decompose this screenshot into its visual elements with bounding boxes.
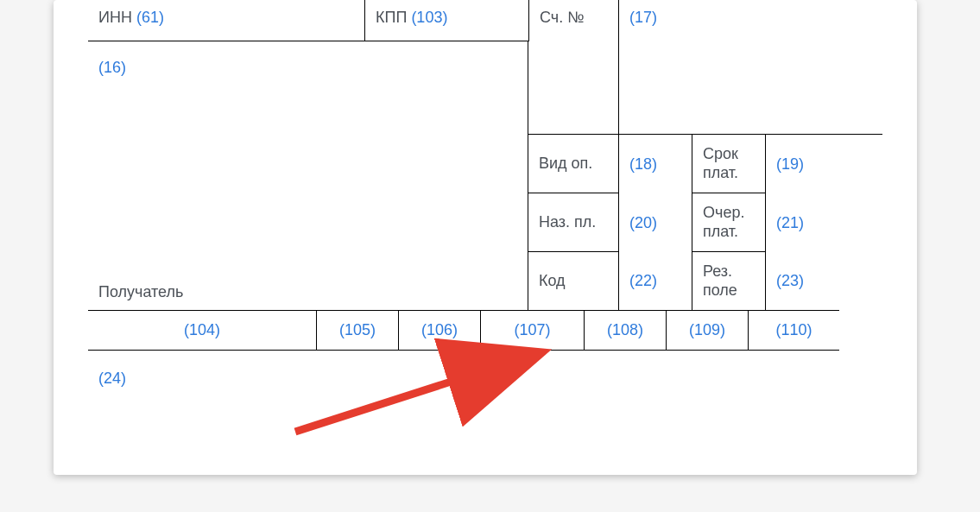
cell-srok: Срок плат. [692, 135, 766, 193]
cell-ref109: (109) [667, 311, 749, 351]
cell-ref104: (104) [88, 311, 317, 351]
ref-105[interactable]: (105) [339, 321, 376, 338]
label-inn: ИНН [98, 9, 136, 26]
ref-108[interactable]: (108) [607, 321, 643, 338]
cell-ref108: (108) [585, 311, 667, 351]
cell-ref21: (21) [766, 193, 839, 252]
ref-17[interactable]: (17) [629, 9, 657, 26]
cell-ref106: (106) [399, 311, 481, 351]
label-sch-no: Сч. № [540, 9, 585, 26]
cell-sch-no: Сч. № [528, 0, 619, 41]
label-rez: Рез. поле [703, 262, 755, 300]
label-srok: Срок плат. [703, 145, 755, 182]
ref-24[interactable]: (24) [98, 370, 126, 387]
cell-ref17: (17) [619, 0, 705, 41]
cell-vidop: Вид оп. [528, 135, 619, 193]
ref-61[interactable]: (61) [136, 9, 164, 26]
cell-ref105: (105) [317, 311, 399, 351]
cell-ref17-body [619, 41, 882, 135]
ref-20[interactable]: (20) [629, 214, 657, 232]
cell-kod: Код [528, 252, 619, 311]
label-ocher: Очер. плат. [703, 204, 755, 241]
label-kpp: КПП [376, 9, 411, 26]
svg-line-1 [295, 354, 537, 432]
cell-ref110: (110) [749, 311, 839, 351]
cell-ocher: Очер. плат. [692, 193, 766, 252]
ref-104[interactable]: (104) [184, 321, 220, 338]
label-vidop: Вид оп. [539, 155, 592, 173]
label-nazpl: Наз. пл. [539, 213, 596, 231]
ref-18[interactable]: (18) [629, 155, 657, 174]
ref-106[interactable]: (106) [421, 321, 458, 338]
cell-ref19: (19) [766, 135, 839, 193]
cell-nazpl: Наз. пл. [528, 193, 619, 252]
cell-inn: ИНН (61) [88, 0, 364, 41]
cell-ref18: (18) [619, 135, 692, 193]
cell-recipient-area: Получатель [88, 41, 528, 311]
ref-107[interactable]: (107) [514, 321, 550, 338]
cell-sch-body [528, 41, 619, 135]
ref-103[interactable]: (103) [411, 9, 447, 26]
label-recipient: Получатель [98, 283, 183, 301]
payment-order-fragment: ИНН (61) КПП (103) Сч. № (17) (16) [54, 0, 917, 475]
cell-ref107: (107) [481, 311, 585, 351]
cell-ref22: (22) [619, 252, 692, 311]
ref-22[interactable]: (22) [629, 272, 657, 290]
ref-21[interactable]: (21) [776, 214, 804, 232]
label-kod: Код [539, 272, 566, 290]
cell-ref24: (24) [88, 361, 174, 395]
ref-19[interactable]: (19) [776, 155, 804, 174]
cell-kpp: КПП (103) [364, 0, 528, 41]
cell-ref20: (20) [619, 193, 692, 252]
ref-23[interactable]: (23) [776, 272, 804, 290]
ref-110[interactable]: (110) [775, 321, 812, 338]
cell-ref23: (23) [766, 252, 839, 311]
ref-109[interactable]: (109) [689, 321, 725, 338]
cell-rez: Рез. поле [692, 252, 766, 311]
